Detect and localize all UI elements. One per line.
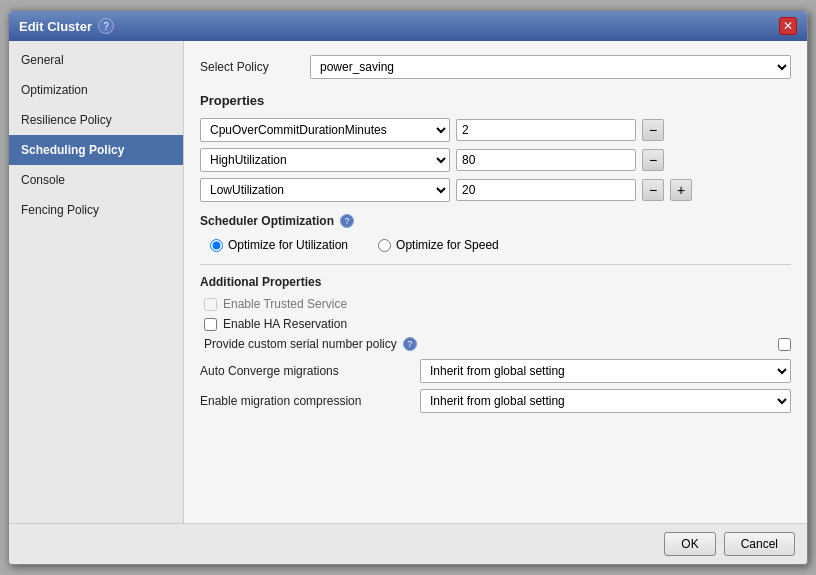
sidebar-item-resilience-policy[interactable]: Resilience Policy — [9, 105, 183, 135]
dialog-help-icon[interactable]: ? — [98, 18, 114, 34]
trusted-service-checkbox — [204, 298, 217, 311]
dialog-header: Edit Cluster ? ✕ — [9, 11, 807, 41]
ha-reservation-checkbox[interactable] — [204, 318, 217, 331]
property-minus-btn-3[interactable]: − — [642, 179, 664, 201]
property-value-input-3[interactable] — [456, 179, 636, 201]
custom-serial-checkbox[interactable] — [778, 338, 791, 351]
trusted-service-label: Enable Trusted Service — [223, 297, 347, 311]
cancel-button[interactable]: Cancel — [724, 532, 795, 556]
select-policy-dropdown[interactable]: power_saving none even_distribution — [310, 55, 791, 79]
dialog-body: General Optimization Resilience Policy S… — [9, 41, 807, 523]
sidebar-item-general[interactable]: General — [9, 45, 183, 75]
scheduler-title: Scheduler Optimization — [200, 214, 334, 228]
ok-button[interactable]: OK — [664, 532, 715, 556]
scheduler-section: Scheduler Optimization ? Optimize for Ut… — [200, 214, 791, 252]
property-value-input-1[interactable] — [456, 119, 636, 141]
migration-compression-dropdown[interactable]: Inherit from global setting Enable Disab… — [420, 389, 791, 413]
select-policy-row: Select Policy power_saving none even_dis… — [200, 55, 791, 79]
main-content: Select Policy power_saving none even_dis… — [184, 41, 807, 523]
property-row-1: CpuOverCommitDurationMinutes HighUtiliza… — [200, 118, 791, 142]
property-name-select-1[interactable]: CpuOverCommitDurationMinutes HighUtiliza… — [200, 118, 450, 142]
property-row-3: CpuOverCommitDurationMinutes HighUtiliza… — [200, 178, 791, 202]
properties-section: Properties CpuOverCommitDurationMinutes … — [200, 93, 791, 202]
property-value-input-2[interactable] — [456, 149, 636, 171]
radio-speed[interactable] — [378, 239, 391, 252]
property-plus-btn-3[interactable]: + — [670, 179, 692, 201]
custom-serial-label: Provide custom serial number policy — [204, 337, 397, 351]
auto-converge-label: Auto Converge migrations — [200, 364, 420, 378]
dialog-footer: OK Cancel — [9, 523, 807, 564]
header-left: Edit Cluster ? — [19, 18, 114, 34]
radio-option-utilization: Optimize for Utilization — [210, 238, 348, 252]
property-name-select-3[interactable]: CpuOverCommitDurationMinutes HighUtiliza… — [200, 178, 450, 202]
custom-serial-row: Provide custom serial number policy ? — [200, 337, 791, 351]
radio-row: Optimize for Utilization Optimize for Sp… — [200, 238, 791, 252]
auto-converge-dropdown[interactable]: Inherit from global setting Auto Converg… — [420, 359, 791, 383]
radio-speed-label: Optimize for Speed — [396, 238, 499, 252]
edit-cluster-dialog: Edit Cluster ? ✕ General Optimization Re… — [8, 10, 808, 565]
radio-utilization[interactable] — [210, 239, 223, 252]
migration-compression-row: Enable migration compression Inherit fro… — [200, 389, 791, 413]
additional-section: Additional Properties Enable Trusted Ser… — [200, 275, 791, 413]
property-name-select-2[interactable]: CpuOverCommitDurationMinutes HighUtiliza… — [200, 148, 450, 172]
property-minus-btn-2[interactable]: − — [642, 149, 664, 171]
properties-title: Properties — [200, 93, 791, 108]
additional-title: Additional Properties — [200, 275, 791, 289]
scheduler-help-icon[interactable]: ? — [340, 214, 354, 228]
radio-option-speed: Optimize for Speed — [378, 238, 499, 252]
divider — [200, 264, 791, 265]
trusted-service-row: Enable Trusted Service — [200, 297, 791, 311]
auto-converge-row: Auto Converge migrations Inherit from gl… — [200, 359, 791, 383]
dialog-title: Edit Cluster — [19, 19, 92, 34]
sidebar-item-fencing-policy[interactable]: Fencing Policy — [9, 195, 183, 225]
radio-utilization-label: Optimize for Utilization — [228, 238, 348, 252]
sidebar: General Optimization Resilience Policy S… — [9, 41, 184, 523]
sidebar-item-console[interactable]: Console — [9, 165, 183, 195]
migration-compression-label: Enable migration compression — [200, 394, 420, 408]
sidebar-item-scheduling-policy[interactable]: Scheduling Policy — [9, 135, 183, 165]
close-button[interactable]: ✕ — [779, 17, 797, 35]
property-minus-btn-1[interactable]: − — [642, 119, 664, 141]
sidebar-item-optimization[interactable]: Optimization — [9, 75, 183, 105]
scheduler-title-row: Scheduler Optimization ? — [200, 214, 791, 228]
select-policy-label: Select Policy — [200, 60, 300, 74]
custom-serial-help-icon[interactable]: ? — [403, 337, 417, 351]
ha-reservation-row: Enable HA Reservation — [200, 317, 791, 331]
property-row-2: CpuOverCommitDurationMinutes HighUtiliza… — [200, 148, 791, 172]
ha-reservation-label: Enable HA Reservation — [223, 317, 347, 331]
